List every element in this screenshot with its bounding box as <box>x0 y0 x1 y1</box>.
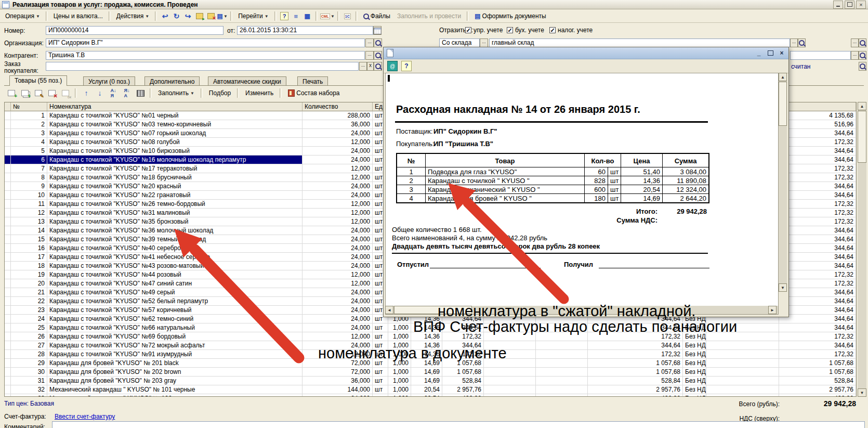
selection-button[interactable]: Подбор <box>206 88 234 98</box>
scroll-thumb[interactable] <box>858 111 866 163</box>
table-row[interactable]: 33Механический карандаш " KYUSO" № 10224… <box>5 394 856 397</box>
preview-vscroll-thumb[interactable] <box>779 82 787 126</box>
organization-select-button[interactable]: ... <box>365 38 374 47</box>
warehouse-open-button[interactable] <box>798 38 806 47</box>
total-value: 29 942,28 <box>780 399 856 408</box>
check-list-icon[interactable]: ▦ <box>302 11 313 21</box>
reread-icon[interactable]: ↻ <box>171 11 182 21</box>
preview-scroll-right-icon[interactable]: ► <box>768 306 777 314</box>
maximize-button[interactable] <box>845 1 854 9</box>
organization-open-button[interactable] <box>374 38 382 47</box>
invoice-total-value: 29 942,28 <box>646 207 707 215</box>
field3-open-button[interactable] <box>859 62 866 71</box>
counterparty-field[interactable]: Тришина Т.В <box>46 51 365 60</box>
tab-services[interactable]: Услуги (0 поз.) <box>83 76 135 85</box>
order-open-button[interactable] <box>374 62 382 71</box>
tab-additional[interactable]: Дополнительно <box>144 76 200 85</box>
output-list-icon[interactable]: ▤▼ <box>217 11 228 21</box>
checkbox-buh[interactable]: ✓ <box>507 27 513 33</box>
end-edit-icon[interactable] <box>59 88 72 98</box>
make-documents-button[interactable]: ▤Оформить документы <box>471 11 549 21</box>
change-button[interactable]: Изменить <box>242 88 277 98</box>
tab-print[interactable]: Печать <box>297 76 328 85</box>
enter-invoice-link[interactable]: Ввести счет-фактуру <box>55 413 115 420</box>
preview-scroll-up-icon[interactable]: ▲ <box>779 73 787 81</box>
warehouse-mode-select[interactable]: ... <box>480 38 488 47</box>
network-icon[interactable]: 1С <box>342 11 353 21</box>
operation-menu[interactable]: Операция▼ <box>2 11 43 21</box>
edit-row-icon[interactable] <box>32 88 45 98</box>
main-toolbar: Операция▼ Цены и валюта... Действия▼ ↩ ↻… <box>0 10 868 23</box>
invoice-label: Счет-фактура: <box>4 413 46 420</box>
order-field[interactable] <box>46 62 359 71</box>
copy-icon[interactable]: ↪ <box>182 11 193 21</box>
field2-open-button[interactable] <box>859 51 866 60</box>
fill-and-post-button[interactable]: Заполнить и провести <box>394 11 464 21</box>
number-field[interactable]: ИП000000014 <box>46 26 223 35</box>
order-label-1: Заказ <box>4 60 20 68</box>
goto-menu[interactable]: Перейти▼ <box>235 11 271 21</box>
sort-asc-icon[interactable]: А↓Я <box>107 88 120 98</box>
header-qty: Количество <box>303 102 373 111</box>
actions-menu[interactable]: Действия▼ <box>113 11 153 21</box>
warehouse-field[interactable]: главный склад <box>489 38 790 47</box>
close-button[interactable]: × <box>856 1 866 9</box>
cancel-posting-icon[interactable] <box>205 11 216 21</box>
barcode-icon[interactable] <box>134 88 147 98</box>
scroll-up-icon[interactable]: ▲ <box>858 102 866 110</box>
number-label: Номер: <box>4 27 25 34</box>
warehouse-select-button[interactable]: ... <box>790 38 798 47</box>
warehouse-mode-field[interactable]: Со склада <box>439 38 480 47</box>
sort-desc-icon[interactable]: Я↓А <box>121 88 133 98</box>
table-row[interactable]: 32Механический карандаш " KYUSO" № 101 ч… <box>5 385 856 394</box>
field-select-button[interactable]: ... <box>851 38 859 47</box>
mail-icon[interactable]: @ <box>387 61 398 71</box>
prices-currency-button[interactable]: Цены и валюта... <box>50 11 106 21</box>
scroll-down-icon[interactable]: ▼ <box>858 388 866 397</box>
preview-help-icon[interactable]: ? <box>401 61 412 71</box>
right-field-fragment[interactable] <box>790 51 851 60</box>
structure-icon[interactable]: ≡ <box>291 11 301 21</box>
turn-back-icon[interactable]: ↩ <box>160 11 170 21</box>
text-cursor <box>388 75 390 82</box>
set-contents-button[interactable]: Состав набора <box>285 88 343 98</box>
calendar-button[interactable] <box>373 26 382 35</box>
tab-discounts[interactable]: Автоматические скидки <box>208 76 286 85</box>
checkbox-upr[interactable]: ✓ <box>465 27 471 33</box>
date-field[interactable]: 26.01.2015 13:30:21 <box>237 26 373 35</box>
add-row-icon[interactable] <box>5 88 18 98</box>
window-titlebar: Реализация товаров и услуг: продажа, ком… <box>0 0 868 9</box>
invoice-row: 1Подводка для глаз "KYUSO"60шт51,403 084… <box>397 167 708 176</box>
copy-row-icon[interactable] <box>19 88 31 98</box>
post-document-icon[interactable] <box>194 11 205 21</box>
move-down-icon[interactable]: ↓ <box>94 88 106 98</box>
tab-goods[interactable]: Товары (55 поз.) <box>9 75 67 86</box>
set-contents-icon <box>288 89 295 97</box>
organization-field[interactable]: ИП" Сидоркин В.Г" <box>46 38 365 47</box>
fill-menu[interactable]: Заполнить▼ <box>155 88 198 98</box>
preview-close-button[interactable]: × <box>778 49 785 57</box>
field2-select-button[interactable]: ... <box>851 51 859 60</box>
checkbox-buh-label: бух. учете <box>515 27 544 34</box>
checkbox-nalog[interactable]: ✓ <box>549 27 556 33</box>
cml-exchange-icon[interactable]: CML▼ <box>320 11 335 21</box>
minimize-button[interactable] <box>833 1 843 9</box>
table-row[interactable]: 30Карандаш для бровей "KYUSO" № 202 brow… <box>5 368 856 377</box>
preview-maximize-button[interactable] <box>767 49 774 57</box>
comment-field[interactable] <box>52 421 865 428</box>
order-select-button[interactable]: ... <box>359 62 367 71</box>
preview-scroll-down-icon[interactable]: ▼ <box>779 283 787 292</box>
organization-label: Организация: <box>4 40 44 47</box>
field-open-button[interactable] <box>859 38 866 47</box>
preview-scroll-left-icon[interactable]: ◄ <box>385 306 393 314</box>
delete-row-icon[interactable] <box>46 88 58 98</box>
counterparty-select-button[interactable]: ... <box>365 51 374 60</box>
help-icon[interactable]: ? <box>279 11 290 21</box>
table-row[interactable]: 31Карандаш для бровей "KYUSO" № 203 gray… <box>5 377 856 385</box>
counterparty-open-button[interactable] <box>374 51 382 60</box>
files-button[interactable]: Файлы <box>360 11 393 21</box>
app-icon <box>2 1 9 8</box>
preview-minimize-button[interactable]: _ <box>755 49 762 57</box>
order-clear-button[interactable]: x <box>367 62 374 71</box>
move-up-icon[interactable]: ↑ <box>80 88 93 98</box>
